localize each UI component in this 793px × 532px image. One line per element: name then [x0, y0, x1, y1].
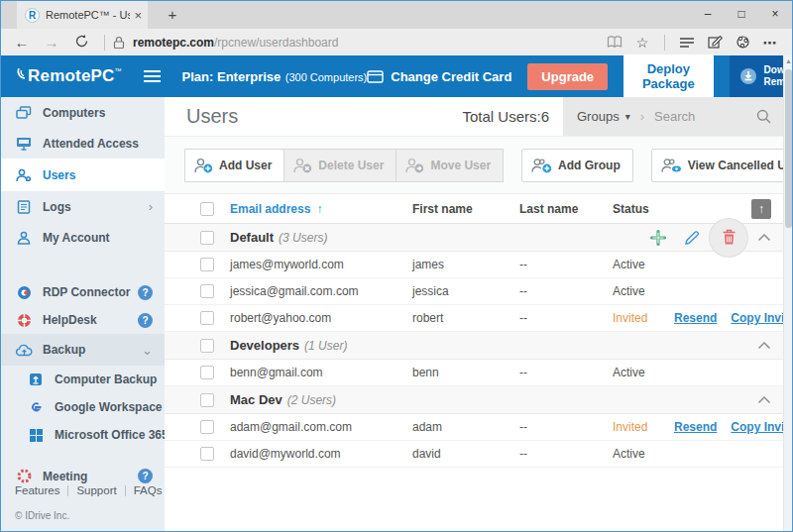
status-header: Status [613, 202, 649, 216]
favorites-star-icon[interactable]: ☆ [628, 35, 656, 51]
move-user-button[interactable]: Move User [396, 149, 504, 182]
plan-detail: (300 Computers) [285, 71, 368, 83]
email-address-header[interactable]: Email address [230, 202, 310, 216]
resend-link[interactable]: Resend [674, 420, 717, 434]
features-link[interactable]: Features [15, 484, 59, 496]
support-link[interactable]: Support [76, 484, 116, 496]
change-credit-card-label: Change Credit Card [391, 69, 511, 84]
upgrade-button[interactable]: Upgrade [527, 63, 608, 90]
close-button[interactable]: × [758, 1, 792, 29]
minimize-button[interactable]: – [691, 1, 725, 29]
help-badge-icon[interactable]: ? [138, 285, 153, 300]
user-checkbox-cell [165, 258, 214, 271]
user-checkbox[interactable] [200, 420, 214, 434]
user-checkbox-cell [165, 284, 214, 298]
address-bar-actions: ☆ ⋯ [601, 35, 784, 51]
scrollbar-up-arrow-icon[interactable]: ▲ [784, 55, 793, 67]
help-badge-icon[interactable]: ? [138, 313, 153, 328]
sidebar-item-attended-access[interactable]: Attended Access [1, 128, 165, 159]
add-user-to-group-icon[interactable] [648, 228, 668, 248]
menu-hamburger-icon[interactable] [144, 67, 161, 85]
back-button[interactable]: ← [7, 34, 37, 51]
view-cancelled-users-button[interactable]: View Cancelled Users [651, 149, 793, 182]
delete-user-button[interactable]: Delete User [283, 149, 396, 182]
group-name-cell: Default(3 Users) [214, 230, 634, 245]
sidebar-item-label: Attended Access [43, 137, 139, 151]
group-checkbox[interactable] [200, 393, 214, 407]
user-row: benn@gmail.combenn--Active [165, 360, 783, 386]
sidebar-item-label: RDP Connector [43, 285, 130, 299]
new-tab-button[interactable]: + [160, 4, 185, 26]
user-checkbox[interactable] [200, 258, 214, 271]
edit-group-icon[interactable] [682, 228, 702, 248]
add-group-button[interactable]: Add Group [521, 149, 633, 182]
refresh-button[interactable] [66, 34, 96, 52]
tab-close-icon[interactable]: × [134, 8, 142, 23]
search-input[interactable] [654, 109, 734, 124]
move-user-icon [405, 158, 424, 173]
faqs-link[interactable]: FAQs [134, 484, 163, 496]
group-checkbox[interactable] [200, 339, 214, 353]
sidebar-item-computers[interactable]: Computers [1, 97, 165, 128]
sidebar-item-helpdesk[interactable]: HelpDesk ? [1, 306, 165, 334]
move-user-label: Move User [430, 159, 491, 172]
scroll-to-top-button[interactable]: ↑ [751, 199, 771, 219]
share-icon[interactable] [729, 35, 756, 50]
delete-group-icon[interactable] [710, 219, 747, 257]
sidebar-spacer [1, 253, 165, 278]
search-icon[interactable] [756, 109, 771, 124]
user-last-name: -- [519, 284, 613, 298]
help-badge-icon[interactable]: ? [138, 469, 153, 483]
hub-icon[interactable] [673, 37, 701, 49]
user-checkbox[interactable] [200, 366, 214, 379]
plan-label: Plan: Enterprise [182, 69, 282, 84]
user-checkbox[interactable] [200, 284, 214, 298]
user-checkbox-cell [165, 366, 214, 379]
page-scrollbar[interactable]: ▲ [783, 55, 792, 531]
rdp-connector-icon [15, 285, 33, 300]
collapse-group-icon[interactable] [757, 341, 771, 350]
sidebar-item-rdp-connector[interactable]: RDP Connector ? [1, 278, 165, 306]
browser-tab[interactable]: R RemotePC™ - User Man × [17, 1, 148, 29]
remotepc-logo[interactable]: RemotePC ™ [15, 66, 122, 86]
change-credit-card-link[interactable]: Change Credit Card [367, 69, 511, 84]
user-last-name: -- [519, 311, 613, 325]
forward-button[interactable]: → [37, 34, 66, 51]
view-cancelled-users-icon [661, 158, 682, 173]
total-users-count: Total Users:6 [462, 108, 549, 125]
sidebar-item-my-account[interactable]: My Account [1, 222, 165, 253]
view-cancelled-users-label: View Cancelled Users [688, 159, 793, 172]
resend-link[interactable]: Resend [674, 311, 717, 325]
user-checkbox[interactable] [200, 447, 214, 461]
more-actions-icon[interactable]: ⋯ [756, 35, 784, 51]
deploy-package-button[interactable]: Deploy Package [623, 54, 713, 98]
helpdesk-icon [15, 313, 33, 328]
favicon-icon: R [25, 8, 40, 23]
sidebar-item-label: My Account [43, 231, 110, 245]
select-all-checkbox[interactable] [200, 202, 214, 216]
collapse-group-icon[interactable] [757, 395, 771, 404]
sidebar-item-google-workspace[interactable]: Google Workspace [1, 393, 165, 421]
reading-view-icon[interactable] [601, 36, 628, 49]
sidebar-item-logs[interactable]: Logs › [1, 191, 165, 222]
url-host: remotepc.com [133, 36, 214, 50]
groups-dropdown[interactable]: Groups ▾ [577, 109, 630, 124]
collapse-group-icon[interactable] [757, 233, 771, 242]
group-name: Default [230, 230, 274, 245]
maximize-button[interactable]: □ [725, 1, 758, 29]
sidebar-item-computer-backup[interactable]: Computer Backup [1, 366, 165, 393]
user-row: robert@yahoo.comrobert--InvitedResendCop… [165, 305, 783, 332]
sidebar-item-backup[interactable]: Backup ⌄ [1, 334, 165, 366]
group-checkbox[interactable] [200, 231, 214, 245]
add-user-label: Add User [219, 159, 272, 172]
scrollbar-thumb[interactable] [785, 69, 792, 228]
group-actions [747, 341, 771, 350]
sidebar-item-users[interactable]: Users [1, 159, 165, 191]
web-note-icon[interactable] [701, 35, 729, 50]
group-name-cell: Developers(1 User) [214, 338, 747, 353]
user-status-cell: Active [613, 284, 783, 298]
user-checkbox[interactable] [200, 311, 214, 325]
sidebar-item-microsoft-office-365[interactable]: Microsoft Office 365 [1, 421, 165, 449]
add-user-button[interactable]: Add User [184, 149, 284, 182]
url-box[interactable]: remotepc.com/rpcnew/userdashboard [113, 32, 601, 53]
